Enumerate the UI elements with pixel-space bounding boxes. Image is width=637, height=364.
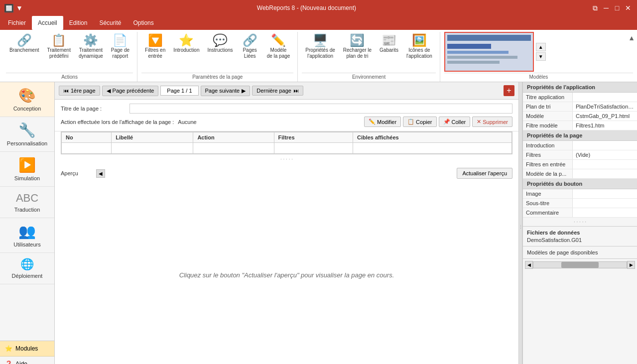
right-panel-scrollbar[interactable]: ◀ ▶ [523, 258, 637, 271]
ribbon-btn-gabarits[interactable]: 📰 Gabarits [376, 32, 402, 56]
restore-btn[interactable]: ⧉ [590, 3, 600, 13]
fichiers-section: Fichiers de données DemoSatisfaction.G01 [523, 226, 637, 246]
first-page-icon: ⏮ [63, 88, 69, 94]
ribbon-group-label-actions: Actions [6, 73, 133, 82]
sidebar-item-traduction[interactable]: ABC Traduction [0, 187, 54, 218]
menu-edition[interactable]: Edition [63, 16, 94, 30]
props-key-filtres-entree: Filtres en entrée [523, 160, 573, 169]
filtres-entree-label: Filtres enentrée [145, 47, 165, 59]
ribbon-btn-icones-app[interactable]: 🖼️ Icônes del'application [403, 32, 436, 62]
sidebar-item-conception[interactable]: 🎨 Conception [0, 82, 54, 117]
model-preview-row3 [447, 61, 500, 64]
modifier-btn[interactable]: ✏️ Modifier [364, 117, 401, 127]
menu-securite[interactable]: Sécurité [93, 16, 127, 30]
proprietes-app-icon: 🖥️ [313, 34, 328, 46]
right-panel-drag[interactable]: · · · · · [523, 218, 637, 226]
coller-icon: 📌 [443, 119, 450, 125]
cell-action [193, 143, 274, 154]
app-title: WebReports 8 - (Nouveau document) [23, 4, 590, 11]
supprimer-btn[interactable]: ✕ Supprimer [472, 117, 512, 127]
drag-handle[interactable]: · · · · · [55, 154, 518, 164]
copier-label: Copier [416, 119, 432, 125]
scroll-track[interactable] [533, 261, 627, 268]
model-preview-inner [445, 33, 533, 71]
maximize-btn[interactable]: □ [612, 3, 622, 13]
modeles-prev-btn[interactable]: ▲ [536, 43, 546, 51]
col-no: No [62, 132, 112, 143]
prev-page-btn[interactable]: ◀ Page précédente [102, 86, 159, 96]
props-row-modele: Modèle CstmGab_09_P1.html [523, 112, 637, 121]
title-row: Titre de la page : [61, 104, 512, 114]
model-preview-row1 [447, 51, 509, 54]
ribbon-group-actions: 🔗 Branchement 📋 Traitementprédéfini ⚙️ T… [2, 32, 137, 82]
props-val-filtres-entree [573, 160, 637, 169]
props-row-image: Image [523, 189, 637, 199]
modeles-nav: ▲ ▼ [536, 43, 546, 61]
model-preview[interactable] [444, 32, 534, 72]
ribbon-btn-proprietes-app[interactable]: 🖥️ Propriétés del'application [302, 32, 338, 62]
sidebar-item-deploiement[interactable]: 🌐 Déploiement [0, 253, 54, 284]
title-input[interactable] [129, 104, 512, 114]
sidebar-collapse-btn[interactable]: ◀ [96, 169, 105, 178]
ribbon-btn-page-rapport[interactable]: 📄 Page derapport [108, 32, 133, 62]
next-page-btn[interactable]: Page suivante ▶ [201, 86, 251, 96]
sidebar: 🎨 Conception 🔧 Personnalisation ▶️ Simul… [0, 82, 55, 364]
introduction-icon: ⭐ [179, 34, 194, 46]
props-val-filtre-modele: Filtres1.htm [573, 121, 637, 130]
scroll-left-btn[interactable]: ◀ [525, 261, 533, 269]
ribbon-btn-branchement[interactable]: 🔗 Branchement [6, 32, 42, 56]
sidebar-aide-item[interactable]: ❓ Aide [0, 357, 54, 364]
sidebar-item-personnalisation[interactable]: 🔧 Personnalisation [0, 117, 54, 152]
menu-accueil[interactable]: Accueil [32, 16, 63, 30]
add-page-btn[interactable]: + [504, 85, 514, 96]
sidebar-modules-item[interactable]: ⭐ Modules [0, 341, 54, 357]
vertical-drag-handle[interactable]: ⋮ [518, 82, 522, 364]
utilisateurs-icon: 👥 [18, 223, 36, 240]
preview-label: Aperçu [61, 170, 78, 176]
modeles-next-btn[interactable]: ▼ [536, 52, 546, 61]
props-key-introduction: Introduction [523, 141, 573, 150]
ribbon-btn-traitement-dynamique[interactable]: ⚙️ Traitementdynamique [75, 32, 107, 62]
aide-label: Aide [15, 361, 27, 364]
props-section-bouton-header: Propriétés du bouton [523, 179, 637, 189]
props-row-filtres-entree: Filtres en entrée [523, 160, 637, 169]
ribbon-btn-modele-page[interactable]: ✏️ Modèlede la page [263, 32, 294, 62]
props-row-commentaire: Commentaire [523, 208, 637, 218]
action-buttons: ✏️ Modifier 📋 Copier 📌 Coller ✕ Supprime… [364, 117, 512, 127]
props-val-filtres: (Vide) [573, 150, 637, 159]
actualiser-apercu-btn[interactable]: Actualiser l'aperçu [457, 168, 512, 179]
props-key-filtre-modele: Filtre modèle [523, 121, 573, 130]
title-label: Titre de la page : [61, 106, 126, 112]
menu-fichier[interactable]: Fichier [2, 16, 32, 30]
minimize-btn[interactable]: ─ [601, 3, 611, 13]
modele-page-label: Modèlede la page [267, 47, 290, 59]
deploiement-icon: 🌐 [20, 258, 34, 271]
ribbon-btn-instructions[interactable]: 💬 Instructions [204, 32, 236, 56]
page-nav: ⏮ 1ère page ◀ Page précédente Page 1 / 1… [55, 82, 518, 100]
props-key-filtres: Filtres [523, 150, 573, 159]
menu-options[interactable]: Options [127, 16, 159, 30]
coller-btn[interactable]: 📌 Coller [439, 117, 471, 127]
close-btn[interactable]: ✕ [623, 3, 633, 13]
ribbon-btn-traitement-predefini[interactable]: 📋 Traitementprédéfini [43, 32, 74, 62]
last-page-label: Dernière page [256, 88, 291, 94]
ribbon-modeles-items: ▲ ▼ [444, 32, 633, 72]
ribbon-btn-filtres-entree[interactable]: 🔽 Filtres enentrée [141, 32, 169, 62]
page-rapport-icon: 📄 [113, 34, 127, 46]
first-page-btn[interactable]: ⏮ 1ère page [59, 86, 100, 96]
ribbon-collapse-btn[interactable]: ▲ [628, 34, 635, 42]
personnalisation-label: Personnalisation [7, 140, 47, 146]
sidebar-item-utilisateurs[interactable]: 👥 Utilisateurs [0, 218, 54, 253]
ribbon-btn-recharger-plan[interactable]: 🔄 Recharger leplan de tri [340, 32, 375, 62]
col-action: Action [193, 132, 274, 143]
title-bar-left: 🔲 ▼ [4, 3, 23, 13]
copier-btn[interactable]: 📋 Copier [403, 117, 436, 127]
props-val-titre-app [573, 93, 637, 102]
scroll-right-btn[interactable]: ▶ [627, 261, 635, 269]
last-page-btn[interactable]: Dernière page ⏭ [252, 86, 303, 96]
ribbon-btn-introduction[interactable]: ⭐ Introduction [170, 32, 203, 56]
sidebar-item-simulation[interactable]: ▶️ Simulation [0, 152, 54, 187]
ribbon-actions-items: 🔗 Branchement 📋 Traitementprédéfini ⚙️ T… [6, 32, 133, 72]
props-key-image: Image [523, 189, 573, 198]
ribbon-btn-pages-liees[interactable]: 🔗 PagesLiées [238, 32, 262, 62]
